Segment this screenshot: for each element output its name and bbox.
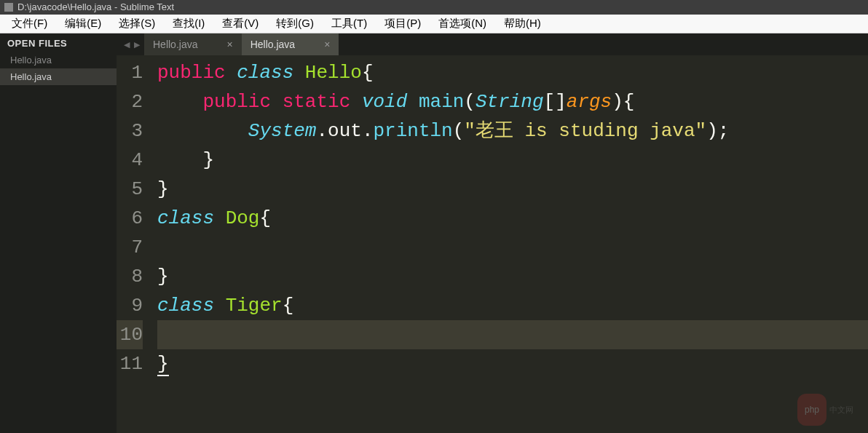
line-number: 6 (117, 204, 143, 233)
menu-item[interactable]: 首选项(N) (430, 15, 495, 33)
code-line[interactable] (157, 233, 868, 262)
line-number: 3 (117, 116, 143, 146)
sidebar-header: OPEN FILES (0, 33, 117, 52)
open-file-item[interactable]: Hello.java (0, 68, 117, 85)
menu-item[interactable]: 选择(S) (110, 15, 164, 33)
tab-row: ◀ ▶ Hello.java×Hello.java× (117, 33, 868, 55)
menu-item[interactable]: 项目(P) (376, 15, 430, 33)
code-line[interactable]: } (157, 146, 868, 175)
code-content[interactable]: public class Hello{ public static void m… (151, 55, 868, 433)
code-line[interactable] (157, 320, 868, 349)
open-file-item[interactable]: Hello.java (0, 52, 117, 68)
app-icon (4, 3, 13, 12)
close-icon[interactable]: × (226, 39, 232, 50)
menu-item[interactable]: 转到(G) (267, 15, 323, 33)
line-number: 9 (117, 291, 143, 320)
code-line[interactable]: } (157, 349, 868, 378)
watermark-text: 中文网 (829, 406, 853, 415)
editor-tab[interactable]: Hello.java× (242, 33, 339, 55)
sidebar: OPEN FILES Hello.javaHello.java (0, 33, 117, 433)
code-line[interactable]: } (157, 262, 868, 291)
line-number: 8 (117, 262, 143, 291)
menu-item[interactable]: 查看(V) (213, 15, 267, 33)
code-area[interactable]: 1234567891011 public class Hello{ public… (117, 55, 868, 433)
workspace: OPEN FILES Hello.javaHello.java ◀ ▶ Hell… (0, 33, 868, 433)
line-number: 7 (117, 233, 143, 262)
tab-label: Hello.java (153, 39, 197, 50)
line-number: 4 (117, 146, 143, 175)
menu-item[interactable]: 编辑(E) (56, 15, 110, 33)
nav-prev-icon[interactable]: ◀ (124, 40, 130, 49)
tab-label: Hello.java (250, 39, 295, 50)
gutter: 1234567891011 (117, 55, 151, 433)
line-number: 2 (117, 87, 143, 116)
nav-next-icon[interactable]: ▶ (134, 40, 140, 49)
window-title: D:\javacode\Hello.java - Sublime Text (17, 1, 174, 12)
watermark-badge: php (797, 394, 826, 426)
menu-item[interactable]: 帮助(H) (495, 15, 550, 33)
code-line[interactable]: public static void main(String[]args){ (157, 87, 868, 116)
title-bar: D:\javacode\Hello.java - Sublime Text (0, 0, 868, 15)
menu-item[interactable]: 文件(F) (3, 15, 56, 33)
menu-item[interactable]: 查找(I) (164, 15, 213, 33)
code-line[interactable]: public class Hello{ (157, 58, 868, 87)
code-line[interactable]: System.out.println("老王 is studing java")… (157, 116, 868, 146)
editor-tab[interactable]: Hello.java× (144, 33, 242, 55)
editor-area: ◀ ▶ Hello.java×Hello.java× 1234567891011… (117, 33, 868, 433)
line-number: 1 (117, 58, 143, 87)
menu-item[interactable]: 工具(T) (323, 15, 376, 33)
code-line[interactable]: class Tiger{ (157, 291, 868, 320)
tab-nav-arrows[interactable]: ◀ ▶ (119, 40, 144, 49)
line-number: 10 (117, 320, 143, 349)
line-number: 5 (117, 175, 143, 204)
code-line[interactable]: } (157, 175, 868, 204)
line-number: 11 (117, 349, 143, 378)
close-icon[interactable]: × (324, 39, 330, 50)
watermark: php中文网 (797, 393, 853, 426)
code-line[interactable]: class Dog{ (157, 204, 868, 233)
menu-bar: 文件(F)编辑(E)选择(S)查找(I)查看(V)转到(G)工具(T)项目(P)… (0, 15, 868, 33)
